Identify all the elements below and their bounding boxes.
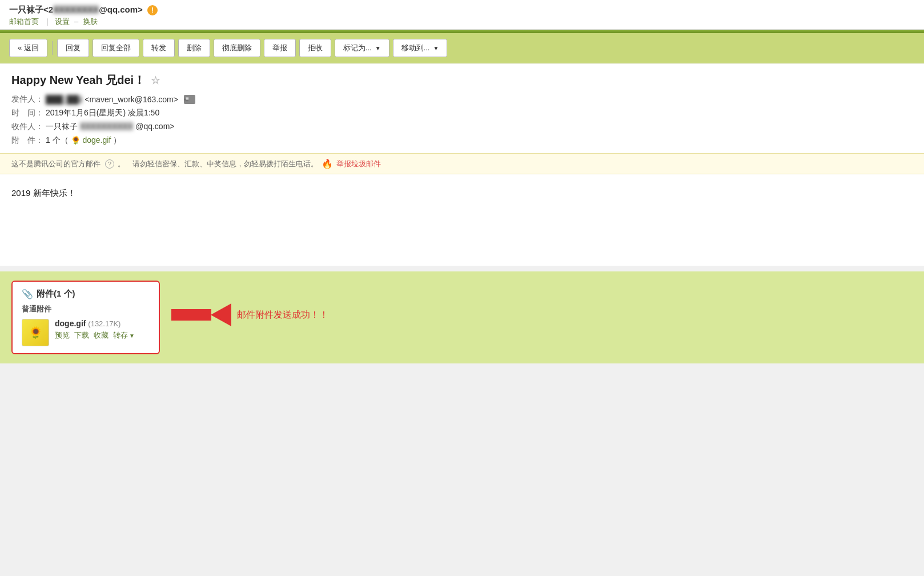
annotation-text: 邮件附件发送成功！！ [237, 309, 328, 321]
email-subject: Happy New Yeah 兄dei！ ☆ [0, 63, 924, 93]
meta-to-row: 收件人： 一只袜子 XXXXXXXXXX @qq.com> [11, 120, 913, 134]
reply-all-button[interactable]: 回复全部 [93, 39, 139, 57]
attachment-header-text: 附件(1 个) [37, 289, 75, 299]
back-button[interactable]: « 返回 [9, 39, 47, 57]
file-name: doge.gif [55, 319, 86, 328]
header-nav: 邮箱首页 ｜ 设置 – 换肤 [9, 17, 915, 27]
nav-settings[interactable]: 设置 [55, 17, 70, 26]
move-to-label: 移动到... [401, 43, 430, 53]
warning-note: 。 请勿轻信密保、汇款、中奖信息，勿轻易拨打陌生电话。 [118, 159, 318, 169]
arrow-head [211, 303, 231, 326]
attachment-file: 🌻 doge.gif (132.17K) 预览 下载 收藏 转存 ▼ [22, 319, 150, 346]
file-thumb-icon: 🌻 [29, 326, 43, 339]
reply-button[interactable]: 回复 [57, 39, 89, 57]
nav-theme[interactable]: 换肤 [83, 17, 98, 26]
attachment-section: 📎 附件(1 个) 普通附件 🌻 doge.gif (132.17K) 预览 下… [0, 271, 924, 363]
attach-filename[interactable]: doge.gif [82, 135, 111, 145]
file-info: doge.gif (132.17K) 预览 下载 收藏 转存 ▼ [55, 319, 150, 341]
meta-time-row: 时 间： 2019年1月6日(星期天) 凌晨1:50 [11, 106, 913, 120]
toolbar-separator-1 [52, 41, 53, 55]
red-arrow-container [171, 303, 231, 326]
warning-text: 这不是腾讯公司的官方邮件 [11, 159, 101, 169]
email-body-text: 2019 新年快乐！ [11, 188, 76, 198]
user-name-suffix: @qq.com> [99, 5, 143, 14]
attachment-box: 📎 附件(1 个) 普通附件 🌻 doge.gif (132.17K) 预览 下… [11, 281, 160, 354]
sender-card-icon[interactable]: ≡ [184, 95, 195, 104]
email-meta: 发件人： ███_██x <maven_work@163.com> ≡ 时 间：… [0, 93, 924, 153]
save-dropdown[interactable]: 转存 ▼ [113, 330, 135, 341]
file-thumbnail: 🌻 [22, 319, 49, 346]
attach-close: ） [113, 135, 121, 145]
move-to-button[interactable]: 移动到... ▼ [393, 39, 448, 57]
file-actions: 预览 下载 收藏 转存 ▼ [55, 330, 150, 341]
to-suffix: @qq.com> [135, 122, 174, 131]
attach-label: 附 件： [11, 135, 43, 146]
user-name-prefix: 一只袜子<2 [9, 5, 53, 14]
user-name-blurred: XXXXXXXX [53, 5, 99, 14]
time-value: 2019年1月6日(星期天) 凌晨1:50 [46, 108, 159, 118]
warning-bar: 这不是腾讯公司的官方邮件 ? 。 请勿轻信密保、汇款、中奖信息，勿轻易拨打陌生电… [0, 153, 924, 174]
download-link[interactable]: 下载 [74, 330, 89, 341]
from-name: ███_██x <maven_work@163.com> [46, 95, 178, 104]
warning-icon: ! [147, 5, 158, 15]
mark-as-label: 标记为... [343, 43, 372, 53]
attachment-inner: 📎 附件(1 个) 普通附件 🌻 doge.gif (132.17K) 预览 下… [0, 271, 924, 363]
toolbar: « 返回 回复 回复全部 转发 删除 彻底删除 举报 拒收 标记为... ▼ 移… [0, 33, 924, 63]
from-name-blurred: ███_██x [46, 95, 82, 104]
file-name-row: doge.gif (132.17K) [55, 319, 150, 328]
arrow-body [171, 309, 211, 321]
header-user: 一只袜子<2XXXXXXXX@qq.com> ! [9, 5, 915, 15]
file-size: (132.17K) [88, 319, 120, 328]
email-main: Happy New Yeah 兄dei！ ☆ 发件人： ███_██x <mav… [0, 63, 924, 266]
user-display-name: 一只袜子<2XXXXXXXX@qq.com> [9, 5, 143, 15]
to-name: 一只袜子 [46, 122, 78, 131]
header: 一只袜子<2XXXXXXXX@qq.com> ! 邮箱首页 ｜ 设置 – 换肤 [0, 0, 924, 30]
subject-text: Happy New Yeah 兄dei！ [11, 73, 145, 88]
mark-as-arrow: ▼ [375, 45, 381, 51]
time-label: 时 间： [11, 108, 43, 118]
report-spam-link[interactable]: 举报垃圾邮件 [336, 159, 381, 169]
collect-link[interactable]: 收藏 [94, 330, 109, 341]
delete-permanent-button[interactable]: 彻底删除 [214, 39, 260, 57]
from-address: <maven_work@163.com> [85, 95, 178, 104]
question-circle-icon[interactable]: ? [105, 159, 114, 169]
to-address-blurred: XXXXXXXXXX [80, 122, 133, 131]
save-arrow: ▼ [129, 333, 135, 339]
attach-value: 1 个（ 🌻 doge.gif ） [46, 135, 121, 146]
to-value: 一只袜子 XXXXXXXXXX @qq.com> [46, 122, 174, 132]
flame-icon: 🔥 [322, 158, 333, 169]
attach-thumb-icon: 🌻 [71, 135, 81, 145]
report-button[interactable]: 举报 [264, 39, 296, 57]
from-label: 发件人： [11, 94, 43, 105]
annotation-arrow: 邮件附件发送成功！！ [171, 303, 328, 326]
reject-button[interactable]: 拒收 [299, 39, 331, 57]
nav-home[interactable]: 邮箱首页 [9, 17, 39, 26]
forward-button[interactable]: 转发 [143, 39, 175, 57]
attachment-type-label: 普通附件 [22, 304, 150, 314]
preview-link[interactable]: 预览 [55, 330, 70, 341]
meta-from-row: 发件人： ███_██x <maven_work@163.com> ≡ [11, 93, 913, 106]
email-body: 2019 新年快乐！ [0, 174, 924, 266]
save-label: 转存 [113, 330, 128, 341]
attach-count: 1 个（ [46, 135, 69, 145]
move-to-arrow: ▼ [433, 45, 439, 51]
nav-sep1: ｜ [43, 17, 51, 26]
meta-attach-row: 附 件： 1 个（ 🌻 doge.gif ） [11, 134, 913, 147]
to-label: 收件人： [11, 122, 43, 132]
paperclip-icon: 📎 [22, 289, 33, 299]
mark-as-button[interactable]: 标记为... ▼ [335, 39, 389, 57]
attachment-box-header: 📎 附件(1 个) [22, 289, 150, 299]
nav-dash: – [74, 17, 81, 26]
delete-button[interactable]: 删除 [178, 39, 210, 57]
star-icon[interactable]: ☆ [151, 74, 160, 87]
